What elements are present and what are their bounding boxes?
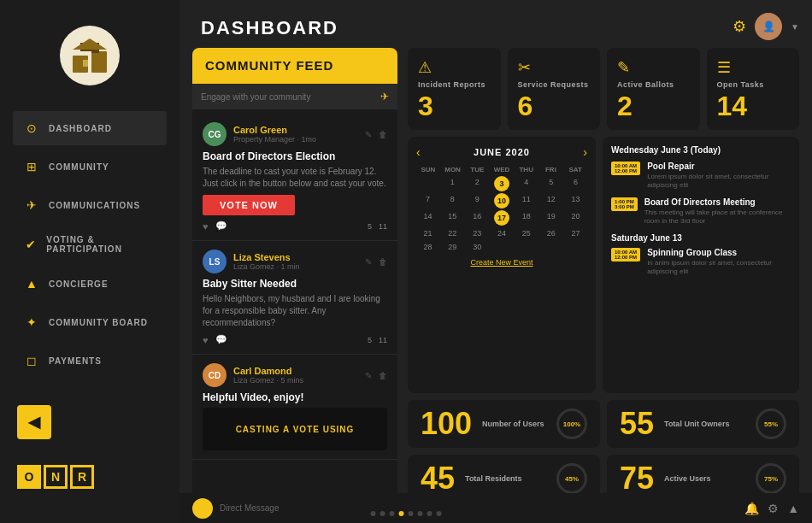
dot[interactable]	[418, 511, 423, 516]
dot[interactable]	[409, 511, 414, 516]
cal-day[interactable]: 27	[564, 227, 587, 239]
heart-icon[interactable]: ♥	[203, 221, 209, 232]
cal-day-active[interactable]: 3	[494, 176, 509, 191]
cal-day[interactable]: 28	[416, 241, 439, 253]
concierge-icon: ▲	[23, 275, 40, 292]
feed-items: CG Carol Green Property Manager · 1mo ✎ …	[192, 109, 397, 502]
event-item: 10:00 AM 12:00 PM Spinning Group Class I…	[611, 248, 791, 277]
cal-day[interactable]: 6	[564, 176, 587, 191]
edit-icon[interactable]: ✎	[365, 130, 372, 139]
delete-icon[interactable]: 🗑	[379, 130, 387, 139]
cal-day[interactable]: 4	[515, 176, 538, 191]
cal-next-btn[interactable]: ›	[583, 145, 587, 159]
edit-icon[interactable]: ✎	[365, 371, 372, 380]
events-date-2: Saturday June 13	[611, 233, 791, 243]
stat-value: 2	[617, 92, 633, 120]
cal-day[interactable]: 14	[416, 210, 439, 226]
cal-day[interactable]: 23	[466, 227, 489, 239]
content-area: COMMUNITY FEED ✈ CG Carol Green Property…	[179, 48, 812, 511]
cal-day[interactable]: 2	[466, 176, 489, 191]
dot[interactable]	[371, 511, 376, 516]
cal-day[interactable]: 26	[539, 227, 562, 239]
vote-button[interactable]: VOTE NOW	[203, 195, 295, 215]
dot[interactable]	[427, 511, 432, 516]
cal-day-name: FRI	[539, 166, 563, 173]
cal-day[interactable]: 19	[539, 210, 562, 226]
sidebar-item-concierge[interactable]: ▲ CONCIERGE	[13, 267, 167, 301]
heart-icon[interactable]: ♥	[203, 335, 209, 345]
settings-icon[interactable]: ⚙	[768, 502, 779, 515]
dot-active[interactable]	[399, 511, 404, 516]
sidebar-label-voting: VOTING & PARTICIPATION	[46, 235, 156, 254]
cal-day[interactable]: 20	[564, 210, 587, 226]
cal-day[interactable]: 18	[515, 210, 538, 226]
video-thumbnail[interactable]: CASTING A VOTE USING	[203, 408, 387, 450]
cal-day[interactable]: 1	[441, 176, 464, 191]
user-avatar[interactable]: 👤	[755, 13, 782, 40]
avatar: CD	[203, 363, 227, 387]
warning-icon: ⚠	[418, 58, 432, 77]
svg-marker-3	[73, 38, 107, 50]
delete-icon[interactable]: 🗑	[379, 371, 387, 380]
cal-day[interactable]: 5	[539, 176, 562, 191]
middle-row: ‹ JUNE 2020 › SUN MON TUE WED THU FRI SA…	[408, 137, 799, 393]
gauge-active-users: 75%	[756, 463, 786, 494]
sidebar-item-payments[interactable]: ◻ PAYMENTS	[13, 344, 167, 378]
feed-item-title: Helpful Video, enjoy!	[203, 391, 387, 403]
cal-day[interactable]: 12	[539, 193, 562, 209]
cal-day-active[interactable]: 17	[494, 210, 509, 226]
cal-day[interactable]: 11	[515, 193, 538, 209]
settings-icon[interactable]: ⚙	[733, 17, 746, 36]
dot[interactable]	[380, 511, 385, 516]
chevron-down-icon[interactable]: ▼	[791, 22, 799, 32]
event-desc: Lorem ipsum dolor sit amet, consectetur …	[647, 173, 791, 191]
stat-card-service-requests: ✂ Service Requests 6	[508, 48, 601, 130]
dot[interactable]	[390, 511, 395, 516]
sidebar: ⊙ DASHBOARD ⊞ COMMUNITY ✈ COMMUNICATIONS…	[0, 0, 179, 523]
sidebar-item-community-board[interactable]: ✦ COMMUNITY BOARD	[13, 305, 167, 339]
cal-day[interactable]: 24	[491, 227, 514, 239]
cal-day[interactable]: 25	[515, 227, 538, 239]
comment-count: 11	[379, 222, 387, 231]
sidebar-item-communications[interactable]: ✈ COMMUNICATIONS	[13, 188, 167, 222]
cal-day-active[interactable]: 10	[494, 193, 509, 209]
cal-day[interactable]: 16	[466, 210, 489, 226]
sidebar-item-dashboard[interactable]: ⊙ DASHBOARD	[13, 111, 167, 145]
feed-header: COMMUNITY FEED	[192, 48, 397, 84]
cal-day[interactable]: 15	[441, 210, 464, 226]
comment-count: 11	[379, 336, 387, 344]
dot[interactable]	[437, 511, 442, 516]
cal-day[interactable]: 29	[441, 241, 464, 253]
collapse-btn[interactable]: ◀	[17, 405, 51, 439]
stat-value: 75	[620, 463, 654, 494]
cal-day[interactable]: 9	[466, 193, 489, 209]
sidebar-item-community[interactable]: ⊞ COMMUNITY	[13, 150, 167, 184]
feed-item-header: CD Carl Damond Liza Gomez · 5 mins ✎ 🗑	[203, 363, 387, 387]
gauge-text: 75%	[764, 475, 778, 483]
like-count: 5	[368, 222, 372, 231]
feed-search-input[interactable]	[201, 92, 374, 102]
edit-icon[interactable]: ✎	[365, 257, 372, 267]
cal-day[interactable]: 8	[441, 193, 464, 209]
comment-icon[interactable]: 💬	[215, 220, 227, 232]
cal-day-name: MON	[441, 166, 465, 173]
create-event-link[interactable]: Create New Event	[416, 258, 587, 267]
delete-icon[interactable]: 🗑	[379, 257, 387, 267]
event-time: 10:00 AM 12:00 PM	[611, 248, 640, 262]
arrow-left-icon: ◀	[28, 413, 40, 432]
svg-rect-1	[91, 51, 107, 73]
cal-day[interactable]: 22	[441, 227, 464, 239]
chevron-up-icon[interactable]: ▲	[787, 502, 799, 515]
cal-prev-btn[interactable]: ‹	[416, 145, 421, 159]
cal-day[interactable]: 7	[416, 193, 439, 209]
cal-day[interactable]: 21	[416, 227, 439, 239]
feed-author-info: Liza Stevens Liza Gomez · 1 min	[233, 252, 358, 271]
feed-author-name: Carl Damond	[233, 366, 358, 376]
cal-day[interactable]: 30	[466, 241, 489, 253]
event-desc: In anim ipsum dolor sit amet, consectetu…	[647, 259, 791, 277]
sidebar-item-voting[interactable]: ✔ VOTING & PARTICIPATION	[13, 226, 167, 262]
notification-icon[interactable]: 🔔	[744, 502, 759, 515]
comment-icon[interactable]: 💬	[215, 334, 227, 345]
stat-card-total-owners: 55 Total Unit Owners 55%	[607, 400, 799, 448]
cal-day[interactable]: 13	[564, 193, 587, 209]
